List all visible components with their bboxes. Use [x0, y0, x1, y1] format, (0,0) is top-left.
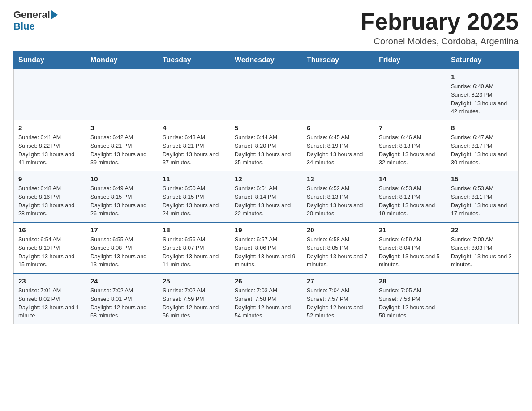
logo: General Blue [13, 9, 59, 32]
day-info: Sunrise: 6:57 AM Sunset: 8:06 PM Dayligh… [235, 235, 297, 269]
day-number: 24 [90, 277, 153, 285]
day-number: 22 [451, 226, 514, 234]
calendar-cell: 9Sunrise: 6:48 AM Sunset: 8:16 PM Daylig… [14, 171, 86, 222]
calendar-cell: 24Sunrise: 7:02 AM Sunset: 8:01 PM Dayli… [86, 273, 158, 324]
day-number: 6 [307, 124, 369, 132]
day-number: 23 [18, 277, 81, 285]
calendar-header-row: SundayMondayTuesdayWednesdayThursdayFrid… [14, 51, 519, 69]
calendar-cell: 13Sunrise: 6:52 AM Sunset: 8:13 PM Dayli… [302, 171, 374, 222]
calendar-cell: 6Sunrise: 6:45 AM Sunset: 8:19 PM Daylig… [302, 120, 374, 171]
day-number: 26 [235, 277, 297, 285]
day-info: Sunrise: 6:47 AM Sunset: 8:17 PM Dayligh… [451, 133, 514, 167]
day-info: Sunrise: 6:55 AM Sunset: 8:08 PM Dayligh… [90, 235, 153, 269]
calendar-table: SundayMondayTuesdayWednesdayThursdayFrid… [13, 51, 519, 324]
calendar-week-5: 23Sunrise: 7:01 AM Sunset: 8:02 PM Dayli… [14, 273, 519, 324]
day-number: 27 [307, 277, 369, 285]
calendar-cell: 5Sunrise: 6:44 AM Sunset: 8:20 PM Daylig… [230, 120, 302, 171]
day-info: Sunrise: 7:01 AM Sunset: 8:02 PM Dayligh… [18, 287, 81, 320]
day-number: 11 [163, 175, 225, 183]
calendar-cell: 18Sunrise: 6:56 AM Sunset: 8:07 PM Dayli… [158, 222, 230, 273]
calendar-cell: 11Sunrise: 6:50 AM Sunset: 8:15 PM Dayli… [158, 171, 230, 222]
calendar-header-wednesday: Wednesday [230, 51, 302, 69]
calendar-cell: 27Sunrise: 7:04 AM Sunset: 7:57 PM Dayli… [302, 273, 374, 324]
calendar-cell: 20Sunrise: 6:58 AM Sunset: 8:05 PM Dayli… [302, 222, 374, 273]
day-info: Sunrise: 6:52 AM Sunset: 8:13 PM Dayligh… [307, 184, 369, 218]
calendar-cell [446, 273, 519, 324]
calendar-cell: 19Sunrise: 6:57 AM Sunset: 8:06 PM Dayli… [230, 222, 302, 273]
day-info: Sunrise: 6:48 AM Sunset: 8:16 PM Dayligh… [18, 184, 81, 218]
calendar-header-tuesday: Tuesday [158, 51, 230, 69]
calendar-cell: 28Sunrise: 7:05 AM Sunset: 7:56 PM Dayli… [374, 273, 446, 324]
day-number: 17 [90, 226, 153, 234]
calendar-cell: 1Sunrise: 6:40 AM Sunset: 8:23 PM Daylig… [446, 69, 519, 120]
day-number: 2 [18, 124, 81, 132]
calendar-cell: 15Sunrise: 6:53 AM Sunset: 8:11 PM Dayli… [446, 171, 519, 222]
calendar-week-1: 1Sunrise: 6:40 AM Sunset: 8:23 PM Daylig… [14, 69, 519, 120]
calendar-cell: 14Sunrise: 6:53 AM Sunset: 8:12 PM Dayli… [374, 171, 446, 222]
page-header: General Blue February 2025 Coronel Molde… [13, 9, 519, 47]
calendar-header-monday: Monday [86, 51, 158, 69]
calendar-cell [14, 69, 86, 120]
day-info: Sunrise: 6:40 AM Sunset: 8:23 PM Dayligh… [451, 82, 514, 116]
day-number: 1 [451, 73, 514, 81]
logo-triangle-icon [51, 10, 58, 19]
day-info: Sunrise: 7:02 AM Sunset: 8:01 PM Dayligh… [90, 287, 153, 320]
location: Coronel Moldes, Cordoba, Argentina [360, 36, 519, 47]
calendar-cell [86, 69, 158, 120]
calendar-cell: 17Sunrise: 6:55 AM Sunset: 8:08 PM Dayli… [86, 222, 158, 273]
day-info: Sunrise: 6:43 AM Sunset: 8:21 PM Dayligh… [163, 133, 225, 167]
day-info: Sunrise: 6:58 AM Sunset: 8:05 PM Dayligh… [307, 235, 369, 269]
day-info: Sunrise: 6:51 AM Sunset: 8:14 PM Dayligh… [235, 184, 297, 218]
day-number: 7 [379, 124, 442, 132]
calendar-header-friday: Friday [374, 51, 446, 69]
calendar-cell: 2Sunrise: 6:41 AM Sunset: 8:22 PM Daylig… [14, 120, 86, 171]
calendar-cell: 12Sunrise: 6:51 AM Sunset: 8:14 PM Dayli… [230, 171, 302, 222]
calendar-cell: 26Sunrise: 7:03 AM Sunset: 7:58 PM Dayli… [230, 273, 302, 324]
calendar-header-saturday: Saturday [446, 51, 519, 69]
day-info: Sunrise: 7:00 AM Sunset: 8:03 PM Dayligh… [451, 235, 514, 269]
logo-general-text: General [13, 9, 50, 21]
calendar-cell: 25Sunrise: 7:02 AM Sunset: 7:59 PM Dayli… [158, 273, 230, 324]
day-info: Sunrise: 6:53 AM Sunset: 8:12 PM Dayligh… [379, 184, 442, 218]
calendar-cell: 4Sunrise: 6:43 AM Sunset: 8:21 PM Daylig… [158, 120, 230, 171]
day-number: 13 [307, 175, 369, 183]
calendar-cell [374, 69, 446, 120]
calendar-cell: 10Sunrise: 6:49 AM Sunset: 8:15 PM Dayli… [86, 171, 158, 222]
day-info: Sunrise: 6:59 AM Sunset: 8:04 PM Dayligh… [379, 235, 442, 269]
calendar-cell [158, 69, 230, 120]
day-number: 19 [235, 226, 297, 234]
calendar-cell [230, 69, 302, 120]
day-info: Sunrise: 7:03 AM Sunset: 7:58 PM Dayligh… [235, 287, 297, 320]
month-title: February 2025 [360, 9, 519, 34]
day-number: 10 [90, 175, 153, 183]
day-info: Sunrise: 6:45 AM Sunset: 8:19 PM Dayligh… [307, 133, 369, 167]
calendar-cell: 8Sunrise: 6:47 AM Sunset: 8:17 PM Daylig… [446, 120, 519, 171]
calendar-week-4: 16Sunrise: 6:54 AM Sunset: 8:10 PM Dayli… [14, 222, 519, 273]
calendar-header-sunday: Sunday [14, 51, 86, 69]
day-info: Sunrise: 6:56 AM Sunset: 8:07 PM Dayligh… [163, 235, 225, 269]
day-number: 20 [307, 226, 369, 234]
calendar-cell: 16Sunrise: 6:54 AM Sunset: 8:10 PM Dayli… [14, 222, 86, 273]
day-number: 15 [451, 175, 514, 183]
day-number: 4 [163, 124, 225, 132]
title-section: February 2025 Coronel Moldes, Cordoba, A… [360, 9, 519, 47]
day-info: Sunrise: 6:50 AM Sunset: 8:15 PM Dayligh… [163, 184, 225, 218]
day-number: 5 [235, 124, 297, 132]
calendar-week-2: 2Sunrise: 6:41 AM Sunset: 8:22 PM Daylig… [14, 120, 519, 171]
day-number: 18 [163, 226, 225, 234]
day-number: 12 [235, 175, 297, 183]
day-number: 16 [18, 226, 81, 234]
calendar-cell [302, 69, 374, 120]
day-number: 21 [379, 226, 442, 234]
day-info: Sunrise: 7:02 AM Sunset: 7:59 PM Dayligh… [163, 287, 225, 320]
day-number: 14 [379, 175, 442, 183]
day-info: Sunrise: 6:54 AM Sunset: 8:10 PM Dayligh… [18, 235, 81, 269]
day-info: Sunrise: 7:05 AM Sunset: 7:56 PM Dayligh… [379, 287, 442, 320]
calendar-week-3: 9Sunrise: 6:48 AM Sunset: 8:16 PM Daylig… [14, 171, 519, 222]
day-info: Sunrise: 6:49 AM Sunset: 8:15 PM Dayligh… [90, 184, 153, 218]
day-number: 8 [451, 124, 514, 132]
day-info: Sunrise: 6:53 AM Sunset: 8:11 PM Dayligh… [451, 184, 514, 218]
day-info: Sunrise: 6:41 AM Sunset: 8:22 PM Dayligh… [18, 133, 81, 167]
calendar-header-thursday: Thursday [302, 51, 374, 69]
calendar-cell: 3Sunrise: 6:42 AM Sunset: 8:21 PM Daylig… [86, 120, 158, 171]
